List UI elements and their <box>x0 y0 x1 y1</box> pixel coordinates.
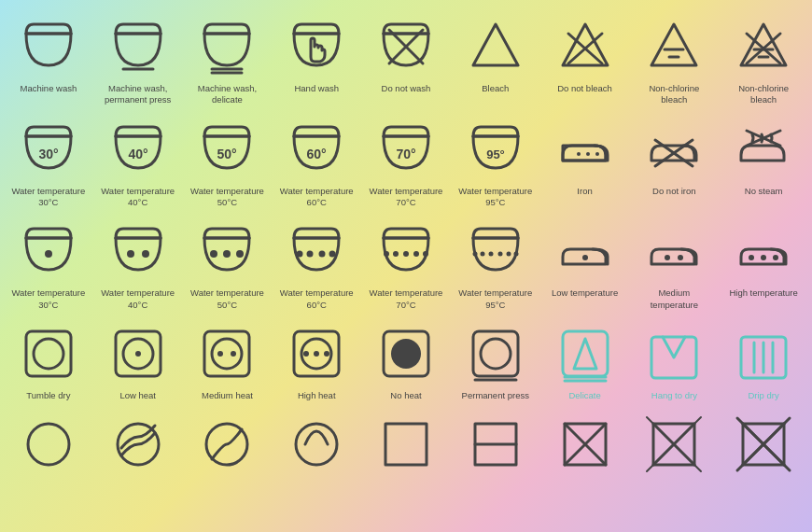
svg-point-46 <box>480 252 484 257</box>
hand-wash-icon <box>283 13 350 80</box>
svg-point-50 <box>513 252 518 257</box>
svg-marker-6 <box>563 24 608 65</box>
dry-circle4-cell <box>273 407 360 484</box>
svg-text:40°: 40° <box>128 147 147 161</box>
tumble-dry-cell: Tumble dry <box>5 316 92 405</box>
water-temp-50b-icon <box>193 217 260 285</box>
dry-flat-icon <box>15 411 82 478</box>
svg-point-41 <box>393 251 399 257</box>
svg-point-42 <box>403 251 409 257</box>
water-40-label: Water temperature 40°C <box>101 186 175 209</box>
do-not-iron-label: Do not iron <box>652 186 695 197</box>
do-not-bleach-label: Do not bleach <box>557 83 612 94</box>
svg-point-40 <box>384 251 389 257</box>
bleach-icon <box>462 13 529 80</box>
svg-point-63 <box>212 339 242 369</box>
dry-square-icon <box>372 411 440 478</box>
hand-wash-label: Hand wash <box>294 83 339 94</box>
delicate-icon <box>552 320 619 387</box>
svg-point-64 <box>217 351 223 357</box>
machine-wash-delicate-cell: Machine wash, delicate <box>184 9 272 110</box>
water-temp-30b-cell: Water temperature 30°C <box>5 214 92 315</box>
water-70-cell: 70° Water temperature 70°C <box>362 112 450 213</box>
svg-point-53 <box>678 255 683 260</box>
no-steam-label: No steam <box>745 186 783 197</box>
water-40-cell: 40° Water temperature 40°C <box>94 112 182 213</box>
svg-text:95°: 95° <box>486 147 505 161</box>
svg-point-74 <box>481 339 511 369</box>
svg-point-48 <box>497 252 502 257</box>
machine-wash-delicate-icon <box>193 13 260 80</box>
low-heat-icon <box>105 320 172 387</box>
svg-point-54 <box>749 255 754 260</box>
medium-temp-label: Medium temperature <box>637 287 711 311</box>
do-not-wash-icon <box>372 13 440 80</box>
svg-point-55 <box>761 255 766 260</box>
machine-wash-label: Machine wash <box>21 83 77 94</box>
dry-circle3-cell <box>184 407 272 484</box>
svg-text:50°: 50° <box>217 147 237 161</box>
svg-point-43 <box>413 251 419 257</box>
non-chlorine-bleach-label: Non-chlorine bleach <box>637 83 711 106</box>
water-60-cell: 60° Water temperature 60°C <box>273 112 360 213</box>
svg-point-35 <box>236 250 244 258</box>
water-60-label: Water temperature 60°C <box>279 186 354 209</box>
tumble-dry-icon <box>15 320 82 387</box>
svg-point-72 <box>391 339 421 369</box>
drip-dry-cell: Drip dry <box>720 316 807 405</box>
svg-point-56 <box>773 255 778 260</box>
iron-label: Iron <box>577 186 592 197</box>
water-temp-40b-cell: Water temperature 40°C <box>94 214 182 315</box>
machine-wash-permanent-label: Machine wash, permanent press <box>101 83 175 106</box>
non-chlorine-bleach2-cell: Non-chlorine bleach <box>720 9 807 110</box>
svg-point-70 <box>324 351 329 357</box>
water-temp-95b-icon <box>462 217 529 285</box>
water-70-icon: 70° <box>372 116 440 183</box>
low-temp-icon <box>552 217 619 285</box>
water-temp-30b-icon <box>15 217 82 285</box>
svg-text:30°: 30° <box>38 147 58 161</box>
water-50-label: Water temperature 50°C <box>189 186 264 209</box>
water-temp-30b-label: Water temperature 30°C <box>11 287 86 311</box>
high-temp-cell: High temperature <box>720 214 807 315</box>
high-heat-icon <box>283 320 350 387</box>
water-temp-50b-label: Water temperature 50°C <box>189 287 264 311</box>
svg-marker-12 <box>741 24 786 65</box>
svg-point-61 <box>135 351 141 357</box>
svg-point-52 <box>665 255 670 260</box>
water-temp-60b-cell: Water temperature 60°C <box>273 214 360 315</box>
machine-wash-icon <box>15 13 82 80</box>
iron-icon <box>552 116 619 183</box>
water-50-cell: 50° Water temperature 50°C <box>184 112 272 213</box>
water-70-label: Water temperature 70°C <box>369 186 443 209</box>
svg-point-36 <box>297 251 303 258</box>
no-heat-label: No heat <box>390 390 421 401</box>
water-50-icon: 50° <box>193 116 260 183</box>
permanent-press-cell: Permanent press <box>452 316 539 405</box>
medium-temp-cell: Medium temperature <box>630 214 718 315</box>
dry-square3-cell <box>541 407 629 484</box>
water-30-label: Water temperature 30°C <box>11 186 86 209</box>
machine-wash-delicate-label: Machine wash, delicate <box>189 83 264 106</box>
svg-point-69 <box>314 351 319 357</box>
svg-point-39 <box>329 251 336 258</box>
svg-point-33 <box>210 250 217 258</box>
dry-square4-cell <box>630 407 718 484</box>
medium-heat-label: Medium heat <box>202 390 253 401</box>
svg-rect-88 <box>385 424 427 465</box>
svg-text:60°: 60° <box>307 147 327 161</box>
svg-point-34 <box>223 250 231 258</box>
delicate-cell: Delicate <box>541 316 629 405</box>
low-heat-label: Low heat <box>119 390 156 401</box>
svg-point-47 <box>488 252 493 257</box>
svg-point-51 <box>582 255 588 260</box>
dry-square5-cell <box>720 407 807 484</box>
dry-square5-icon <box>730 411 797 478</box>
dry-square-cell <box>362 407 450 484</box>
machine-wash-cell: Machine wash <box>5 9 92 110</box>
water-30-cell: 30° Water temperature 30°C <box>5 112 92 213</box>
svg-point-37 <box>307 251 314 258</box>
dry-square2-cell <box>452 407 539 484</box>
hang-to-dry-label: Hang to dry <box>651 390 697 401</box>
svg-point-30 <box>45 250 52 258</box>
